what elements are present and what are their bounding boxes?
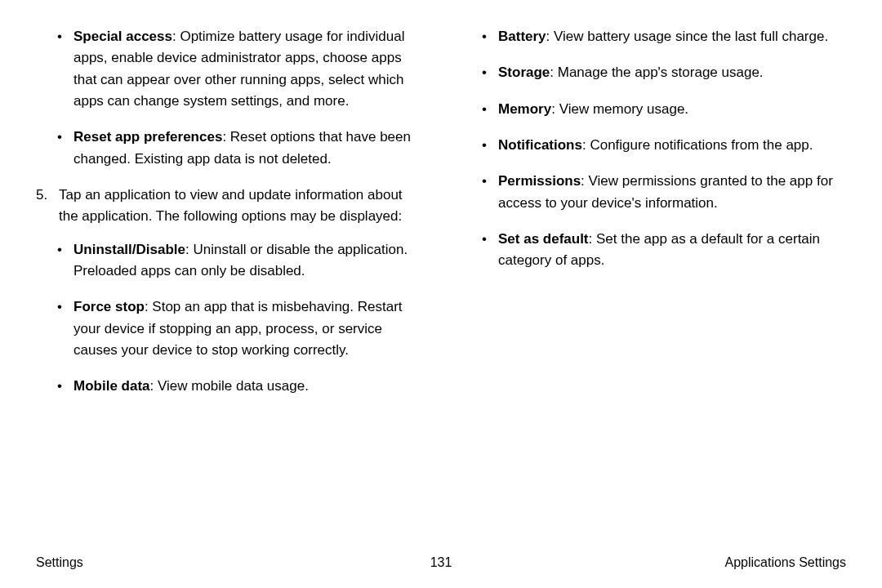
list-item: Mobile data: View mobile data usage. <box>36 376 421 397</box>
lead-term: Uninstall/Disable <box>74 242 185 257</box>
list-item: Reset app preferences: Reset options tha… <box>36 127 421 170</box>
footer-right: Applications Settings <box>724 555 846 570</box>
list-item: Storage: Manage the app's storage usage. <box>461 62 846 83</box>
page-number: 131 <box>430 555 452 570</box>
footer-left: Settings <box>36 555 83 570</box>
list-item: Memory: View memory usage. <box>461 99 846 120</box>
lead-term: Special access <box>74 29 172 44</box>
right-bullet-list: Battery: View battery usage since the la… <box>461 26 846 272</box>
list-item: Battery: View battery usage since the la… <box>461 26 846 47</box>
lead-term: Notifications <box>498 137 582 153</box>
document-page: Special access: Optimize battery usage f… <box>0 0 882 588</box>
lead-term: Permissions <box>498 173 581 189</box>
lead-term: Set as default <box>498 231 589 247</box>
desc-text: : Configure notifications from the app. <box>582 137 813 153</box>
list-item: Notifications: Configure notifications f… <box>461 135 846 156</box>
lead-term: Mobile data <box>74 378 150 394</box>
lead-term: Memory <box>498 101 551 117</box>
desc-text: : Manage the app's storage usage. <box>550 65 763 80</box>
left-top-bullet-list: Special access: Optimize battery usage f… <box>36 26 421 170</box>
list-item: Special access: Optimize battery usage f… <box>36 26 421 112</box>
step-text: Tap an application to view and update in… <box>59 187 403 224</box>
lead-term: Reset app preferences <box>74 129 222 145</box>
list-item: Uninstall/Disable: Uninstall or disable … <box>36 239 421 283</box>
desc-text: : View battery usage since the last full… <box>546 29 829 44</box>
left-column: Special access: Optimize battery usage f… <box>36 26 421 412</box>
numbered-step-list: 5. Tap an application to view and update… <box>36 185 421 228</box>
desc-text: : View mobile data usage. <box>150 378 309 394</box>
list-item: Set as default: Set the app as a default… <box>461 229 846 272</box>
lead-term: Force stop <box>74 299 145 314</box>
lead-term: Storage <box>498 65 550 80</box>
step-number: 5. <box>36 185 47 206</box>
left-sub-bullet-list: Uninstall/Disable: Uninstall or disable … <box>36 239 421 398</box>
list-item: Permissions: View permissions granted to… <box>461 171 846 214</box>
step-item: 5. Tap an application to view and update… <box>36 185 421 228</box>
right-column: Battery: View battery usage since the la… <box>461 26 846 412</box>
list-item: Force stop: Stop an app that is misbehav… <box>36 296 421 361</box>
page-footer: Settings 131 Applications Settings <box>0 555 882 570</box>
desc-text: : View memory usage. <box>551 101 688 117</box>
lead-term: Battery <box>498 29 546 44</box>
two-column-layout: Special access: Optimize battery usage f… <box>36 26 846 412</box>
